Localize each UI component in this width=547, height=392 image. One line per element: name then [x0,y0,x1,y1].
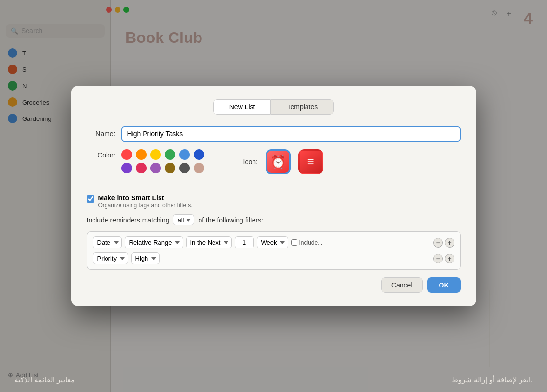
name-row: Name: [87,126,461,142]
vertical-divider [218,149,218,178]
filter-match-select[interactable]: all [173,214,194,225]
color-row-2 [121,163,204,173]
filter-unit-week[interactable]: Week [257,236,288,248]
list-emoji: ≡ [307,155,314,169]
filter-add-button-2[interactable]: + [445,254,454,263]
filter-remove-button-2[interactable]: − [433,254,443,263]
clock-emoji: ⏰ [270,155,286,170]
filter-row-priority: Priority High − + [93,252,454,264]
filter-row-date: Date Relative Range In the Next Week Inc… [93,236,454,248]
color-pink[interactable] [136,163,147,173]
form-divider [87,186,461,186]
filter-desc-prefix: Include reminders matching [87,216,170,224]
ok-button[interactable]: OK [427,277,461,293]
filter-desc: Include reminders matching all of the fo… [87,214,461,225]
filter-criteria-box: Date Relative Range In the Next Week Inc… [87,231,461,270]
color-swatches [121,149,204,173]
color-purple[interactable] [121,163,132,173]
smart-list-text: Make into Smart List Organize using tags… [98,194,193,209]
dialog-footer: Cancel OK [87,277,461,293]
name-input[interactable] [121,126,461,142]
color-yellow[interactable] [150,149,161,160]
filter-condition-in-next[interactable]: In the Next [186,236,232,248]
color-row-1 [121,149,204,160]
filter-include-label: Include... [299,239,323,246]
filter-desc-suffix: of the following filters: [198,216,263,224]
color-blue[interactable] [194,149,204,160]
smart-list-checkbox[interactable] [87,195,94,203]
color-rose[interactable] [194,163,204,173]
filter-field-priority[interactable]: Priority [93,252,128,264]
smart-list-title: Make into Smart List [98,194,193,202]
color-icon-row: Color: [87,149,461,178]
filter-field-date[interactable]: Date [93,236,122,248]
filter-remove-button-1[interactable]: − [433,238,443,248]
filter-add-button-1[interactable]: + [445,238,454,248]
filter-value-input[interactable] [235,236,254,248]
annotations: معایير القائمة الذكية انقر لإضافة أو إزا… [0,358,547,392]
smart-list-row: Make into Smart List Organize using tags… [87,194,461,209]
icon-label: Icon: [243,158,258,166]
filter-operator-relative-range[interactable]: Relative Range [125,236,183,248]
color-orange[interactable] [136,149,147,160]
name-label: Name: [87,130,116,138]
cancel-button[interactable]: Cancel [381,277,423,293]
smart-list-subtitle: Organize using tags and other filters. [98,202,193,209]
filter-include-checkbox[interactable] [291,239,297,246]
dialog-tabs: New List Templates [87,99,461,115]
icon-clock[interactable]: ⏰ [266,149,291,174]
filter-row-buttons-1: − + [433,238,454,248]
annotation-right: انقر لإضافة أو إزالة شروط. [452,376,533,384]
color-dark[interactable] [179,163,190,173]
color-violet[interactable] [150,163,161,173]
color-label: Color: [87,151,116,159]
icon-list[interactable]: ≡ [298,149,323,174]
filter-include-row: Include... [291,239,323,246]
color-lightblue[interactable] [179,149,190,160]
tab-templates[interactable]: Templates [271,99,334,115]
tab-new-list[interactable]: New List [213,99,271,115]
modal-overlay: New List Templates Name: Color: [0,0,547,392]
icon-section: Icon: ⏰ ≡ [243,149,323,174]
color-green[interactable] [165,149,175,160]
color-red[interactable] [121,149,132,160]
filter-row-buttons-2: − + [433,254,454,263]
annotation-left: معایير القائمة الذكية [14,376,75,384]
filter-operator-high[interactable]: High [131,252,160,264]
dialog: New List Templates Name: Color: [71,86,476,306]
color-brown[interactable] [165,163,175,173]
